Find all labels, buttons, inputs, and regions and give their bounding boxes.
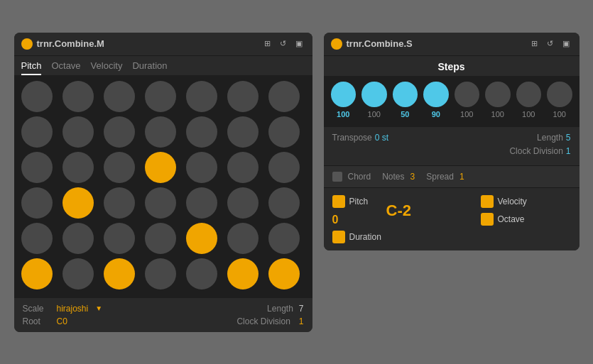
grid-dot-3-6[interactable] (268, 187, 300, 219)
params-section: Transpose 0 st Length 5 Clock Division 1 (324, 127, 580, 165)
step-dot-4[interactable] (455, 82, 480, 107)
grid-dot-1-0[interactable] (21, 116, 53, 148)
grid-dot-4-5[interactable] (227, 223, 259, 254)
grid-dot-3-0[interactable] (21, 187, 53, 219)
right-refresh-icon[interactable]: ↺ (544, 39, 557, 49)
steps-header-bar: Steps (324, 56, 580, 76)
grid-dot-5-1[interactable] (62, 258, 94, 289)
right-save-icon[interactable]: ▣ (560, 39, 572, 49)
step-dot-6[interactable] (516, 82, 542, 107)
grid-dot-2-4[interactable] (186, 152, 217, 183)
grid-dot-5-6[interactable] (268, 258, 300, 289)
grid-dot-0-3[interactable] (145, 81, 176, 112)
grid-dot-1-5[interactable] (227, 116, 259, 148)
tab-velocity[interactable]: Velocity (91, 60, 123, 75)
grid-dot-0-5[interactable] (227, 81, 259, 112)
grid-dot-2-6[interactable] (268, 152, 300, 183)
grid-dot-1-3[interactable] (145, 116, 176, 148)
grid-dot-2-0[interactable] (21, 152, 53, 183)
grid-dot-5-0[interactable] (21, 258, 53, 289)
grid-dot-3-4[interactable] (186, 187, 217, 219)
grid-dot-5-5[interactable] (227, 258, 259, 289)
grid-dot-5-3[interactable] (145, 258, 176, 289)
grid-dot-3-1[interactable] (62, 187, 94, 219)
right-panel-dot (331, 38, 342, 50)
grid-dot-4-1[interactable] (62, 223, 94, 254)
velocity-swatch (481, 195, 494, 208)
length-value-right[interactable]: 5 (566, 133, 571, 143)
grid-dot-1-1[interactable] (62, 116, 94, 148)
left-panel: trnr.Combine.M ⊞ ↺ ▣ Pitch Octave Veloci… (14, 33, 312, 332)
step-dot-0[interactable] (331, 82, 357, 107)
transpose-row: Transpose 0 st Length 5 (332, 133, 571, 143)
octave-legend-label: Octave (498, 214, 525, 224)
left-save-icon[interactable]: ▣ (293, 39, 305, 49)
tab-duration[interactable]: Duration (132, 60, 167, 75)
grid-dot-1-4[interactable] (186, 116, 217, 148)
grid-dot-2-5[interactable] (227, 152, 259, 183)
grid-dot-4-4[interactable] (186, 223, 217, 254)
length-label-right: Length (537, 133, 563, 143)
grid-dot-5-4[interactable] (186, 258, 217, 289)
pitch-grid-area (14, 75, 312, 298)
spread-value[interactable]: 1 (459, 172, 464, 182)
chord-checkbox[interactable] (332, 172, 342, 182)
steps-dots-row (331, 82, 572, 107)
tab-octave[interactable]: Octave (51, 60, 80, 75)
step-val-2: 50 (393, 110, 418, 118)
step-dot-5[interactable] (485, 82, 511, 107)
grid-dot-0-6[interactable] (268, 81, 300, 112)
step-dot-7[interactable] (547, 82, 572, 107)
grid-dot-3-2[interactable] (104, 187, 135, 219)
grid-dot-2-2[interactable] (104, 152, 135, 183)
grid-dot-4-6[interactable] (268, 223, 300, 254)
legend-velocity: Velocity (481, 195, 571, 208)
scale-dropdown-arrow[interactable]: ▼ (95, 304, 102, 312)
grid-dot-1-6[interactable] (268, 116, 300, 148)
step-val-0: 100 (331, 110, 357, 118)
grid-dot-4-2[interactable] (104, 223, 135, 254)
left-grid-icon[interactable]: ⊞ (261, 39, 274, 49)
left-refresh-icon[interactable]: ↺ (277, 39, 290, 49)
grid-dot-0-2[interactable] (104, 81, 135, 112)
root-value[interactable]: C0 (57, 316, 67, 326)
grid-dot-2-3[interactable] (145, 152, 176, 183)
grid-dot-2-1[interactable] (62, 152, 94, 183)
steps-values-row: 1001005090100100100100 (331, 110, 572, 118)
grid-dot-0-0[interactable] (21, 81, 53, 112)
clock-div-value[interactable]: 1 (299, 316, 304, 326)
right-panel-icons: ⊞ ↺ ▣ (528, 39, 572, 49)
grid-dot-0-4[interactable] (186, 81, 217, 112)
grid-dot-3-3[interactable] (145, 187, 176, 219)
transpose-value[interactable]: 0 st (375, 133, 388, 143)
grid-dot-1-2[interactable] (104, 116, 135, 148)
length-value[interactable]: 7 (299, 304, 304, 314)
scale-value[interactable]: hirajoshi (57, 304, 89, 314)
notes-value[interactable]: 3 (410, 172, 415, 182)
notes-label: Notes (382, 172, 404, 182)
dot-grid (21, 81, 305, 289)
clock-div-label: Clock Division (236, 316, 290, 326)
clock-division-value-right[interactable]: 1 (566, 146, 571, 156)
grid-dot-4-3[interactable] (145, 223, 176, 254)
step-val-5: 100 (485, 110, 511, 118)
grid-dot-3-5[interactable] (227, 187, 259, 219)
left-panel-icons: ⊞ ↺ ▣ (261, 39, 305, 49)
grid-dot-4-0[interactable] (21, 223, 53, 254)
pitch-legend-label: Pitch (349, 197, 369, 206)
chord-section: Chord Notes 3 Spread 1 (324, 165, 580, 188)
legend-duration: Duration (332, 231, 382, 243)
step-dot-1[interactable] (361, 82, 387, 107)
right-grid-icon[interactable]: ⊞ (528, 39, 541, 49)
step-dot-3[interactable] (423, 82, 449, 107)
grid-dot-0-1[interactable] (62, 81, 94, 112)
tab-pitch[interactable]: Pitch (21, 60, 42, 75)
right-panel-header: trnr.Combine.S ⊞ ↺ ▣ (324, 33, 580, 56)
panels-container: trnr.Combine.M ⊞ ↺ ▣ Pitch Octave Veloci… (14, 33, 580, 332)
left-footer: Scale hirajoshi ▼ Length 7 Root C0 Clock… (14, 298, 312, 332)
duration-swatch (332, 231, 345, 243)
grid-dot-5-2[interactable] (104, 258, 135, 289)
step-val-3: 90 (423, 110, 449, 118)
scale-label: Scale (23, 304, 51, 314)
step-dot-2[interactable] (393, 82, 418, 107)
